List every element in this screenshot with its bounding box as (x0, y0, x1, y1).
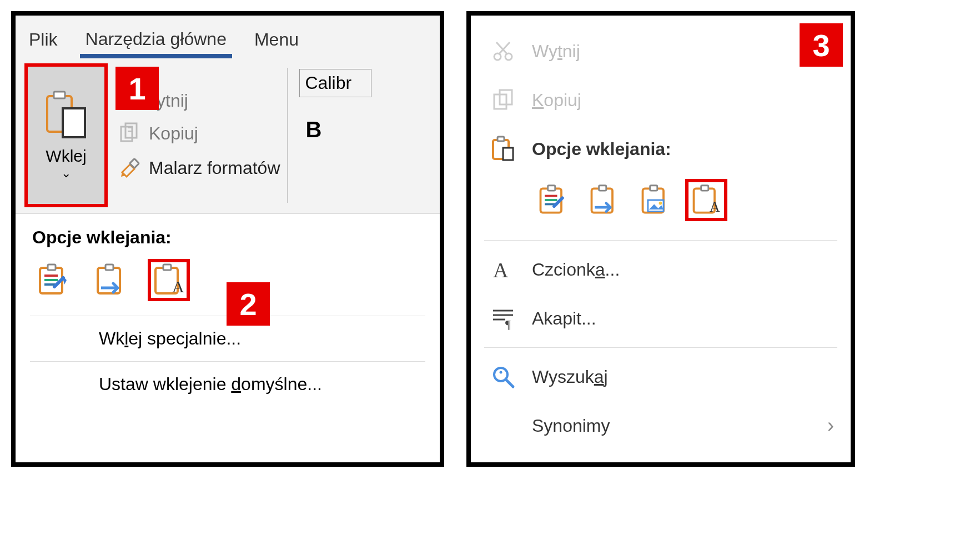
svg-text:A: A (710, 199, 720, 215)
copy-label: Kopiuj (149, 123, 198, 144)
font-name-combo[interactable]: Calibr (299, 69, 371, 97)
paste-label: Wklej ⌄ (46, 146, 86, 181)
tab-file[interactable]: Plik (23, 22, 63, 58)
svg-rect-26 (503, 148, 513, 160)
copy-icon (118, 121, 142, 146)
tab-home[interactable]: Narzędzia główne (80, 21, 232, 58)
format-painter-icon (118, 156, 142, 180)
font-group: Calibr B (288, 58, 371, 213)
svg-rect-28 (548, 186, 555, 191)
copy-button[interactable]: Kopiuj (118, 121, 280, 146)
panel-ribbon: Plik Narzędzia główne Menu Wklej ⌄ 1 ytn… (11, 11, 444, 467)
bold-button[interactable]: B (299, 117, 371, 142)
context-menu: Wytnij Kopiuj Opcje wklejania: (471, 16, 851, 461)
svg-rect-9 (48, 264, 56, 270)
search-icon (488, 361, 519, 392)
svg-rect-14 (105, 264, 113, 270)
context-font-label: Czcionka... (532, 259, 620, 280)
svg-rect-1 (54, 92, 65, 98)
context-synonyms-label: Synonimy (532, 416, 610, 436)
context-cut-label: Wytnij (532, 41, 580, 62)
blank-icon (488, 410, 519, 441)
svg-line-47 (506, 380, 513, 387)
paste-text: Wklej (46, 147, 86, 165)
font-a-icon: A (488, 254, 519, 285)
svg-rect-33 (599, 186, 606, 191)
svg-rect-3 (121, 127, 132, 141)
paste-text-only-icon[interactable]: A (148, 259, 190, 301)
svg-text:¶: ¶ (505, 317, 511, 331)
svg-rect-25 (497, 137, 504, 141)
context-search[interactable]: Wyszukaj (471, 352, 851, 401)
context-paste-options-header: Opcje wklejania: (471, 124, 851, 173)
context-separator (484, 240, 837, 241)
svg-point-48 (500, 371, 502, 374)
cut-label: ytnij (157, 91, 188, 111)
chevron-down-icon: ⌄ (46, 166, 86, 181)
chevron-right-icon: › (827, 414, 834, 437)
annotation-badge-2: 2 (227, 282, 270, 326)
svg-rect-35 (650, 186, 657, 191)
scissors-icon (488, 36, 519, 67)
svg-rect-39 (701, 186, 708, 191)
paste-merge-formatting-icon[interactable] (90, 259, 132, 301)
ribbon-body: Wklej ⌄ 1 ytnij Kopiuj (16, 58, 440, 213)
panel-context-menu: 3 Wytnij Kopiuj (466, 11, 855, 467)
clipboard-paste-icon (44, 89, 88, 143)
annotation-badge-1: 1 (115, 67, 159, 110)
context-paragraph[interactable]: ¶ Akapit... (471, 294, 851, 343)
svg-rect-2 (63, 108, 85, 137)
set-default-paste-menu-item[interactable]: Ustaw wklejenie domyślne... (16, 362, 440, 407)
copy-icon (488, 84, 519, 116)
format-painter-button[interactable]: Malarz formatów (118, 156, 280, 180)
paste-options-title: Opcje wklejania: (16, 214, 440, 256)
context-search-label: Wyszukaj (532, 367, 608, 387)
context-synonyms[interactable]: Synonimy › (471, 401, 851, 450)
paste-button[interactable]: Wklej ⌄ (24, 63, 108, 207)
paste-picture-icon[interactable] (634, 179, 676, 221)
paste-keep-formatting-icon[interactable] (532, 179, 574, 221)
svg-text:A: A (493, 258, 509, 282)
cut-button[interactable]: ytnij (157, 91, 280, 111)
context-paste-options-label: Opcje wklejania: (532, 139, 671, 159)
context-cut[interactable]: Wytnij (471, 27, 851, 76)
annotation-badge-3: 3 (800, 23, 843, 67)
paste-dropdown: Opcje wklejania: (16, 213, 440, 407)
context-separator (484, 347, 837, 348)
context-copy-label: Kopiuj (532, 90, 581, 111)
svg-text:A: A (172, 277, 184, 296)
context-paragraph-label: Akapit... (532, 308, 596, 329)
paste-text-only-icon[interactable]: A (685, 179, 727, 221)
paste-merge-formatting-icon[interactable] (583, 179, 625, 221)
paragraph-icon: ¶ (488, 303, 519, 334)
paste-keep-formatting-icon[interactable] (32, 259, 74, 301)
context-font[interactable]: A Czcionka... (471, 245, 851, 294)
tab-menu[interactable]: Menu (249, 22, 304, 58)
format-painter-label: Malarz formatów (149, 158, 280, 178)
svg-point-37 (659, 202, 662, 205)
ribbon-tab-strip: Plik Narzędzia główne Menu (16, 16, 440, 58)
context-copy[interactable]: Kopiuj (471, 76, 851, 124)
context-paste-options-row: A (471, 173, 851, 236)
svg-rect-16 (163, 264, 171, 270)
clipboard-icon (488, 133, 519, 164)
